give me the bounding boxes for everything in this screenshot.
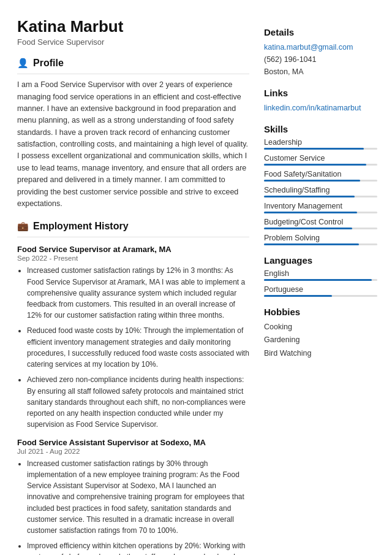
skill-inventory: Inventory Management	[264, 202, 377, 213]
skill-budgeting: Budgeting/Cost Control	[264, 218, 377, 229]
skill-bar-bg	[264, 180, 377, 182]
hobby-bird-watching: Bird Watching	[264, 347, 377, 360]
languages-heading: Languages	[264, 255, 377, 266]
lang-portuguese: Portuguese	[264, 285, 377, 297]
list-item: Increased customer satisfaction ratings …	[27, 458, 249, 537]
details-heading: Details	[264, 27, 377, 37]
lang-english: English	[264, 269, 377, 281]
skill-customer-service: Customer Service	[264, 154, 377, 166]
skill-bar-bg	[264, 243, 377, 245]
job-2: Food Service Assistant Supervisor at Sod…	[17, 438, 249, 555]
profile-heading: 👤 Profile	[17, 58, 249, 69]
job-1-dates: Sep 2022 - Present	[17, 255, 249, 262]
hobbies-section: Hobbies Cooking Gardening Bird Watching	[264, 307, 377, 360]
resume-header: Katina Marbut Food Service Supervisor	[17, 17, 249, 47]
candidate-name: Katina Marbut	[17, 17, 249, 36]
list-item: Achieved zero non-compliance incidents d…	[27, 374, 249, 430]
job-2-dates: Jul 2021 - Aug 2022	[17, 448, 249, 455]
skill-bar-bg	[264, 212, 377, 213]
hobby-gardening: Gardening	[264, 334, 377, 346]
location: Boston, MA	[264, 66, 377, 78]
job-1-bullets: Increased customer satisfaction ratings …	[17, 265, 249, 430]
phone: (562) 196-1041	[264, 53, 377, 66]
list-item: Increased customer satisfaction ratings …	[27, 265, 249, 321]
profile-icon: 👤	[17, 58, 29, 69]
skill-bar-bg	[264, 164, 377, 166]
lang-bar-bg	[264, 295, 377, 297]
links-section: Links linkedin.com/in/katinamarbut	[264, 88, 377, 114]
skill-food-safety: Food Safety/Sanitation	[264, 170, 377, 182]
candidate-title: Food Service Supervisor	[17, 37, 249, 47]
skills-heading: Skills	[264, 124, 377, 134]
job-2-title: Food Service Assistant Supervisor at Sod…	[17, 438, 249, 447]
skill-bar-bg	[264, 148, 377, 150]
skill-bar-bg	[264, 196, 377, 197]
job-1-title: Food Service Supervisor at Aramark, MA	[17, 245, 249, 254]
links-heading: Links	[264, 88, 377, 98]
job-1: Food Service Supervisor at Aramark, MA S…	[17, 245, 249, 430]
employment-heading: 💼 Employment History	[17, 221, 249, 232]
employment-icon: 💼	[17, 221, 29, 232]
linkedin-link[interactable]: linkedin.com/in/katinamarbut	[264, 102, 377, 114]
lang-bar-bg	[264, 279, 377, 281]
details-section: Details katina.marbut@gmail.com (562) 19…	[264, 27, 377, 78]
hobby-cooking: Cooking	[264, 321, 377, 334]
skills-section: Skills Leadership Customer Service Food …	[264, 124, 377, 245]
skill-scheduling: Scheduling/Staffing	[264, 186, 377, 197]
employment-section: 💼 Employment History Food Service Superv…	[17, 221, 249, 555]
skill-leadership: Leadership	[264, 138, 377, 150]
skill-problem-solving: Problem Solving	[264, 234, 377, 245]
list-item: Reduced food waste costs by 10%: Through…	[27, 325, 249, 370]
profile-text: I am a Food Service Supervisor with over…	[17, 79, 249, 210]
list-item: Improved efficiency within kitchen opera…	[27, 540, 249, 555]
languages-section: Languages English Portuguese	[264, 255, 377, 297]
job-2-bullets: Increased customer satisfaction ratings …	[17, 458, 249, 555]
skill-bar-bg	[264, 228, 377, 229]
email-link[interactable]: katina.marbut@gmail.com	[264, 41, 377, 53]
profile-section: 👤 Profile I am a Food Service Supervisor…	[17, 58, 249, 210]
hobbies-heading: Hobbies	[264, 307, 377, 317]
